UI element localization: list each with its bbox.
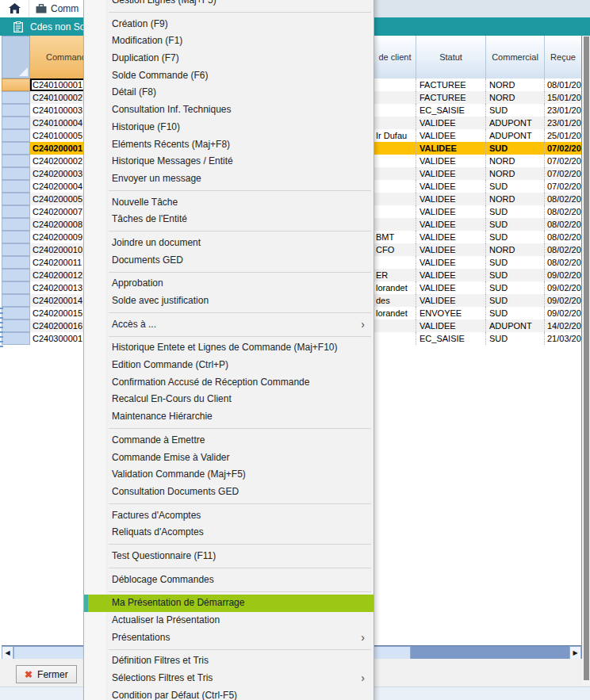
menu-item[interactable]: Gestion Lignes (Maj+F5) (84, 0, 374, 10)
cell-commercial[interactable]: NORD (486, 193, 545, 205)
cell-recue[interactable]: 25/01/2024 (545, 129, 581, 142)
cell-recue[interactable]: 23/01/2024 (545, 104, 581, 117)
cell-recue[interactable]: 08/02/2024 (545, 243, 581, 256)
cell-recue[interactable]: 08/02/2024 (545, 231, 581, 243)
table-corner-select-all[interactable] (2, 36, 30, 78)
row-header-cell[interactable] (2, 167, 30, 180)
cell-recue[interactable]: 08/02/2024 (545, 205, 581, 218)
row-header-cell[interactable] (2, 129, 30, 142)
menu-item[interactable]: Modification (F1) (84, 33, 374, 50)
cell-statut[interactable]: VALIDEE (416, 269, 486, 281)
cell-recue[interactable]: 08/02/2024 (545, 256, 581, 269)
cell-statut[interactable]: VALIDEE (416, 180, 486, 193)
cell-commercial[interactable]: SUD (486, 281, 545, 294)
cell-commercial[interactable]: SUD (486, 104, 545, 117)
cell-client[interactable] (374, 256, 416, 269)
scroll-right-arrow-icon[interactable]: ▶ (569, 646, 581, 660)
menu-item[interactable]: Détail (F8) (84, 84, 374, 101)
cell-statut[interactable]: EC_SAISIE (416, 104, 486, 117)
menu-item[interactable]: Présentations› (84, 629, 374, 647)
column-header-client[interactable]: de client (374, 36, 416, 78)
home-button[interactable] (0, 0, 29, 17)
cell-recue[interactable]: 09/02/2024 (545, 269, 581, 281)
menu-item[interactable]: Validation Commande (Maj+F5) (84, 466, 374, 484)
row-header-cell[interactable] (2, 117, 30, 129)
cell-client[interactable] (374, 319, 416, 332)
scroll-left-arrow-icon[interactable]: ◀ (2, 646, 13, 660)
cell-client[interactable]: lorandet (374, 281, 416, 294)
column-header-recue[interactable]: Reçue (545, 36, 581, 78)
row-header-cell[interactable] (2, 78, 30, 91)
cell-client[interactable] (374, 218, 416, 231)
cell-commercial[interactable]: SUD (486, 256, 545, 269)
cell-commercial[interactable]: NORD (486, 167, 545, 180)
cell-recue[interactable]: 08/02/2024 (545, 218, 581, 231)
cell-client[interactable] (374, 167, 416, 180)
menu-item[interactable]: Historique Entete et Lignes de Commande … (84, 339, 374, 357)
menu-item[interactable]: Consultation Documents GED (84, 484, 374, 501)
row-header-cell[interactable] (2, 205, 30, 218)
menu-item[interactable]: Documents GED (84, 252, 374, 270)
cell-statut[interactable]: VALIDEE (416, 142, 486, 155)
cell-client[interactable]: des (374, 294, 416, 307)
menu-item[interactable]: Historique (F10) (84, 119, 374, 136)
menu-item[interactable]: Tâches de l'Entité (84, 211, 374, 228)
row-header-cell[interactable] (2, 91, 30, 104)
cell-statut[interactable]: VALIDEE (416, 129, 486, 142)
cell-commercial[interactable]: SUD (486, 180, 545, 193)
cell-recue[interactable]: 07/02/2024 (545, 180, 581, 193)
menu-item[interactable]: Reliquats d'Acomptes (84, 524, 374, 541)
cell-client[interactable] (374, 205, 416, 218)
cell-statut[interactable]: VALIDEE (416, 243, 486, 256)
cell-commercial[interactable]: SUD (486, 269, 545, 281)
cell-commercial[interactable]: ADUPONT (486, 319, 545, 332)
row-header-cell[interactable] (2, 155, 30, 167)
cell-client[interactable] (374, 142, 416, 155)
cell-statut[interactable]: VALIDEE (416, 231, 486, 243)
cell-statut[interactable]: FACTUREE (416, 78, 486, 91)
menu-item[interactable]: Consultation Inf. Techniques (84, 101, 374, 119)
row-header-cell[interactable] (2, 243, 30, 256)
menu-item[interactable]: Test Questionnaire (F11) (84, 548, 374, 565)
cell-statut[interactable]: VALIDEE (416, 319, 486, 332)
row-header-cell[interactable] (2, 269, 30, 281)
fermer-button[interactable]: ✖ Fermer (16, 665, 77, 683)
menu-item[interactable]: Sélections Filtres et Tris› (84, 670, 374, 687)
cell-recue[interactable]: 23/01/2024 (545, 117, 581, 129)
column-header-commercial[interactable]: Commercial (486, 36, 545, 78)
menu-item[interactable]: Recalcul En-Cours du Client (84, 391, 374, 408)
cell-client[interactable]: CFO (374, 243, 416, 256)
row-header-cell[interactable] (2, 180, 30, 193)
row-header-cell[interactable] (2, 193, 30, 205)
cell-client[interactable] (374, 180, 416, 193)
cell-client[interactable]: lorandet (374, 307, 416, 319)
row-header-cell[interactable] (2, 231, 30, 243)
menu-item[interactable]: Envoyer un message (84, 170, 374, 188)
cell-client[interactable] (374, 155, 416, 167)
cell-recue[interactable]: 08/01/2024 (545, 78, 581, 91)
cell-client[interactable] (374, 104, 416, 117)
cell-recue[interactable]: 07/02/2024 (545, 167, 581, 180)
menu-item[interactable]: Factures d'Acomptes (84, 507, 374, 525)
cell-statut[interactable]: VALIDEE (416, 281, 486, 294)
cell-statut[interactable]: VALIDEE (416, 155, 486, 167)
vertical-scrollbar[interactable] (582, 36, 590, 686)
cell-statut[interactable]: EC_SAISIE (416, 332, 486, 345)
cell-statut[interactable]: ENVOYEE (416, 307, 486, 319)
cell-recue[interactable]: 09/02/2024 (545, 307, 581, 319)
cell-recue[interactable]: 14/02/2024 (545, 319, 581, 332)
menu-item[interactable]: Actualiser la Présentation (84, 612, 374, 629)
splitter-grip-icon[interactable] (0, 308, 3, 347)
menu-item[interactable]: Maintenance Hiérarchie (84, 408, 374, 426)
cell-client[interactable]: BMT (374, 231, 416, 243)
cell-commercial[interactable]: NORD (486, 91, 545, 104)
cell-commercial[interactable]: SUD (486, 307, 545, 319)
menu-item[interactable]: Commande à Emettre (84, 432, 374, 449)
menu-item[interactable]: Duplication (F7) (84, 50, 374, 67)
cell-commercial[interactable]: SUD (486, 231, 545, 243)
cell-statut[interactable]: VALIDEE (416, 117, 486, 129)
cell-client[interactable]: ER (374, 269, 416, 281)
cell-commercial[interactable]: ADUPONT (486, 129, 545, 142)
cell-commercial[interactable]: SUD (486, 205, 545, 218)
cell-commercial[interactable]: SUD (486, 332, 545, 345)
